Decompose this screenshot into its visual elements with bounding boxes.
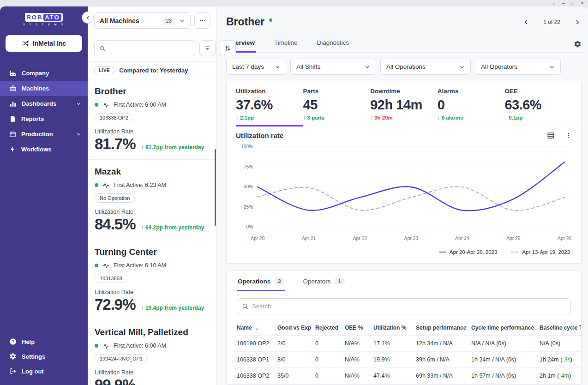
utilization-delta: ↑ 81.7pp from yesterday xyxy=(141,144,204,150)
filters-row: Last 7 days All Shifts All Operations Al… xyxy=(226,59,582,75)
col-baseline-cycle-time[interactable]: Baseline cycle Time xyxy=(540,320,581,336)
org-switcher-button[interactable]: InMetal Inc xyxy=(6,35,82,52)
utilization-chart: Utilization rate 100%75%50%25%0%Apr 20Ap… xyxy=(227,126,581,263)
col-good-vs-exp[interactable]: Good vs Exp xyxy=(277,320,315,336)
sidebar-item-machines[interactable]: Machines xyxy=(0,81,88,96)
col-oee[interactable]: OEE % xyxy=(345,320,373,336)
tab-operations[interactable]: Operations 3 xyxy=(237,271,285,291)
first-active-text: First Active: 6:00 AM xyxy=(114,102,166,108)
machine-name: Turning Center xyxy=(95,247,210,257)
svg-text:25%: 25% xyxy=(244,205,253,210)
sidebar-item-settings[interactable]: Settings xyxy=(0,349,88,364)
sidebar-item-logout[interactable]: Log out xyxy=(0,364,88,379)
window-minimize-button[interactable]: – xyxy=(562,1,565,6)
operations-card: Operations 3 Operators 1 xyxy=(226,270,582,385)
svg-text:?: ? xyxy=(12,339,14,344)
svg-text:100%: 100% xyxy=(241,144,253,149)
sidebar-item-reports[interactable]: Reports xyxy=(0,111,88,126)
chevron-down-icon xyxy=(76,101,81,106)
operations-select[interactable]: All Operations xyxy=(380,59,471,75)
chevron-right-icon xyxy=(574,19,581,25)
col-utilization[interactable]: Utilization % xyxy=(373,320,416,336)
filter-button[interactable] xyxy=(199,40,216,56)
window-close-button[interactable]: ✕ xyxy=(581,1,584,6)
machine-name: Vertical Mill, Palletized xyxy=(95,327,210,337)
sidebar-item-label: Help xyxy=(22,338,35,345)
logo-subtitle: S Y S T E M S xyxy=(23,23,65,26)
legend-current-week[interactable]: Apr 20-Apr 26, 2023 xyxy=(439,249,498,255)
table-view-button[interactable] xyxy=(547,132,555,139)
svg-text:Apr 24: Apr 24 xyxy=(455,236,469,241)
sort-icon xyxy=(224,45,231,52)
utilization-rate-value: 72.9% xyxy=(95,296,136,313)
col-cycle-time-performance[interactable]: Cycle time performance xyxy=(471,320,540,336)
utilization-rate-label: Utilization Rate xyxy=(95,128,210,135)
search-icon xyxy=(99,45,106,52)
kpi-utilization[interactable]: Utilization 37.6% ↑ 2.1pp xyxy=(236,81,303,126)
kpi-delta: ↓ 0 alarms xyxy=(438,115,505,120)
sidebar-item-help[interactable]: ? Help xyxy=(0,334,88,349)
shifts-select[interactable]: All Shifts xyxy=(290,59,376,75)
sidebar-item-production[interactable]: Production xyxy=(0,126,88,142)
activity-icon xyxy=(102,182,109,188)
tab-timeline[interactable]: Timeline xyxy=(273,36,299,53)
kpi-oee[interactable]: OEE 63.6% ↑ 0.1pp xyxy=(504,81,572,126)
machine-list-more-button[interactable] xyxy=(194,12,210,29)
window-maximize-button[interactable]: □ xyxy=(571,1,574,6)
chart-menu-button[interactable] xyxy=(565,132,572,139)
scrollbar-thumb[interactable] xyxy=(215,149,216,226)
status-dot xyxy=(95,264,98,267)
main-tabs: Overview Timeline Diagnostics xyxy=(226,36,582,53)
settings-gear-button[interactable] xyxy=(574,40,582,52)
sidebar-item-workflows[interactable]: Workflows xyxy=(0,142,88,157)
help-icon: ? xyxy=(9,338,17,345)
sidebar-item-company[interactable]: Company xyxy=(0,66,88,81)
shifts-value: All Shifts xyxy=(296,63,321,70)
tab-operators[interactable]: Operators 1 xyxy=(302,271,345,291)
machine-card-brother[interactable]: Brother First Active: 6:00 AM 106338 OP2… xyxy=(88,79,216,160)
kpi-label: OEE xyxy=(504,88,572,95)
table-row[interactable]: 106338 OP235/0 0N/A% 47.4%69h 33m / N/A … xyxy=(237,368,581,384)
machine-search-input[interactable] xyxy=(109,45,190,52)
panel-collapse-button[interactable] xyxy=(82,12,94,24)
prev-machine-button[interactable] xyxy=(522,18,530,26)
bar-chart-icon xyxy=(9,100,17,108)
live-badge: LIVE xyxy=(94,66,114,74)
tab-diagnostics[interactable]: Diagnostics xyxy=(316,36,350,53)
kpi-alarms[interactable]: Alarms 0 ↓ 0 alarms xyxy=(438,81,505,126)
operations-search-box xyxy=(237,298,571,314)
pagination-position: 1 of 22 xyxy=(543,19,560,25)
kebab-menu-icon xyxy=(565,132,572,139)
table-row[interactable]: 106338 OP18/0 0N/A% 19.9%39h 6m / N/A 1h… xyxy=(237,352,581,368)
sidebar-item-dashboards[interactable]: Dashboards xyxy=(0,96,88,111)
machine-card-vertical-mill[interactable]: Vertical Mill, Palletized First Active: … xyxy=(88,320,216,385)
sidebar-item-label: Production xyxy=(21,131,53,138)
operators-select[interactable]: All Operators xyxy=(475,59,561,75)
main-content: Brother 1 of 22 Overview Timeline Diagno… xyxy=(217,6,588,385)
machine-group-select[interactable]: All Machines 23 xyxy=(94,12,191,29)
operations-count-badge: 3 xyxy=(274,277,284,285)
machine-card-mazak[interactable]: Mazak First Active: 6:23 AM No Operation… xyxy=(88,160,216,240)
operations-tabs: Operations 3 Operators 1 xyxy=(227,271,581,291)
window-collapse-button[interactable]: ⌄ xyxy=(552,1,556,6)
switch-icon xyxy=(22,40,29,47)
col-name[interactable]: Name⌄ xyxy=(237,320,277,336)
machine-card-turning-center[interactable]: Turning Center First Active: 6:10 AM 103… xyxy=(88,240,216,320)
sidebar-item-label: Machines xyxy=(22,85,49,92)
logout-icon xyxy=(9,367,17,375)
kpi-downtime[interactable]: Downtime 92h 14m ↑ 3h 20m xyxy=(370,81,438,126)
kpi-label: Parts xyxy=(303,88,371,95)
sort-button[interactable] xyxy=(220,40,236,56)
next-machine-button[interactable] xyxy=(573,18,582,26)
legend-previous-week[interactable]: Apr 13-Apr 19, 2023 xyxy=(511,249,570,255)
activity-icon xyxy=(102,343,109,349)
operations-search-input[interactable] xyxy=(252,303,566,310)
ellipsis-icon xyxy=(199,17,206,24)
chevron-down-icon xyxy=(365,64,370,70)
col-rejected[interactable]: Rejected xyxy=(315,320,345,336)
col-setup-performance[interactable]: Setup performance xyxy=(416,320,471,336)
calendar-icon xyxy=(9,131,16,138)
kpi-parts[interactable]: Parts 45 ↑ 3 parts xyxy=(303,81,371,126)
table-row[interactable]: 106190 OP22/0 0N/A% 17.1%12h 34m / N/A N… xyxy=(237,336,581,352)
date-range-select[interactable]: Last 7 days xyxy=(226,59,286,75)
